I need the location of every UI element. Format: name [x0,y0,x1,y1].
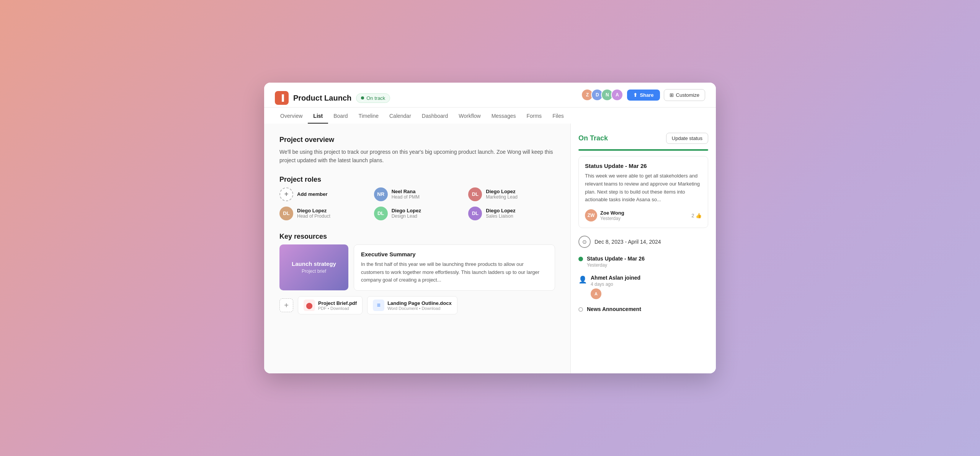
avatar-4: A [611,89,623,101]
member-avatar-2: DL [279,207,293,220]
member-avatar-4: DL [468,207,482,220]
add-member-label: Add member [297,191,327,197]
launch-strategy-card[interactable]: Launch strategy Project brief [279,244,348,290]
member-name-1: Diego Lopez [486,189,518,194]
activity-title-1: Ahmet Aslan joined [591,275,640,281]
member-avatar-3: DL [374,207,388,220]
activity-item-2: News Announcement [578,306,708,312]
status-progress-bar [578,149,708,151]
member-role-2: Head of Product [297,213,330,219]
member-avatar-0: NR [374,187,388,201]
member-role-1: Marketing Lead [486,194,518,200]
update-status-button[interactable]: Update status [666,133,708,144]
member-info-0: Neel Rana Head of PMM [392,189,420,200]
roles-grid: + Add member NR Neel Rana Head of PMM [279,187,555,220]
member-name-0: Neel Rana [392,189,420,194]
activity-dot-0 [578,257,583,261]
main-content: Project overview We'll be using this pro… [264,124,570,373]
member-info-2: Diego Lopez Head of Product [297,208,330,219]
member-name-2: Diego Lopez [297,208,330,213]
file-item-1[interactable]: ≡ Landing Page Outline.docx Word Documen… [367,296,457,314]
role-item-2: DL Diego Lopez Head of Product [279,207,366,220]
status-card-footer: ZW Zoe Wong Yesterday 2 👍 [585,209,702,221]
activity-time-0: Yesterday [587,262,645,268]
status-badge: On track [356,93,390,103]
member-name-3: Diego Lopez [392,208,421,213]
tab-dashboard[interactable]: Dashboard [416,109,454,124]
executive-summary-text: In the first half of this year we will b… [361,261,548,284]
status-card: Status Update - Mar 26 This week we were… [578,156,708,228]
activity-info-0: Status Update - Mar 26 Yesterday [587,256,645,268]
file-item-0[interactable]: ⬤ Project Brief.pdf PDF • Download [298,296,363,314]
author-avatar: ZW [585,209,597,221]
project-title: Product Launch [293,94,351,103]
file-meta-1: Word Document • Download [387,306,452,311]
right-panel: On Track Update status Status Update - M… [570,124,716,373]
share-button[interactable]: ⬆ Share [627,90,660,101]
activity-user-avatar: A [591,288,601,299]
activity-dot-2 [578,307,583,312]
like-count: 2 👍 [691,213,702,218]
status-card-author: ZW Zoe Wong Yesterday [585,209,624,221]
role-item-0: NR Neel Rana Head of PMM [374,187,461,201]
card-label: Launch strategy [292,261,336,267]
status-card-text: This week we were able to get all stakeh… [585,172,702,204]
member-name-4: Diego Lopez [486,208,515,213]
tab-list[interactable]: List [308,109,328,124]
avatar-group: Z D N A [581,89,623,101]
status-dot-green [361,96,364,99]
body: Project overview We'll be using this pro… [264,124,716,373]
customize-icon: ⊞ [670,92,674,98]
add-file-button[interactable]: + [279,298,293,312]
activity-item-1: 👤 Ahmet Aslan joined 4 days ago A [578,275,708,299]
member-info-3: Diego Lopez Design Lead [392,208,421,219]
customize-button[interactable]: ⊞ Customize [664,89,705,101]
tab-messages[interactable]: Messages [486,109,521,124]
key-resources-title: Key resources [279,233,555,241]
pdf-icon: ⬤ [304,300,315,311]
add-member-icon: + [279,187,293,201]
file-info-0: Project Brief.pdf PDF • Download [318,300,357,311]
project-overview-section: Project overview We'll be using this pro… [279,136,555,165]
date-text: Dec 8, 2023 - April 14, 2024 [595,239,661,245]
tab-files[interactable]: Files [547,109,569,124]
share-label: Share [640,92,653,98]
key-resources-section: Key resources Launch strategy Project br… [279,233,555,314]
executive-summary-card[interactable]: Executive Summary In the first half of t… [354,244,555,291]
panel-status-header: On Track Update status [578,133,708,144]
tab-overview[interactable]: Overview [275,109,308,124]
activity-info-2: News Announcement [587,306,641,312]
calendar-icon: ⊙ [578,236,591,248]
activity-title-0: Status Update - Mar 26 [587,256,645,262]
header-left: ▐ Product Launch On track [275,91,581,105]
app-window: ▐ Product Launch On track Z D N A ⬆ Shar… [264,83,716,373]
file-info-1: Landing Page Outline.docx Word Document … [387,300,452,311]
status-badge-label: On track [366,95,385,101]
member-info-1: Diego Lopez Marketing Lead [486,189,518,200]
role-item-4: DL Diego Lopez Sales Liaison [468,207,555,220]
share-icon: ⬆ [633,92,637,98]
author-name: Zoe Wong [600,210,624,216]
tab-workflow[interactable]: Workflow [453,109,486,124]
add-member-info: Add member [297,191,327,197]
executive-summary-title: Executive Summary [361,251,548,257]
author-time: Yesterday [600,216,624,221]
add-member-item[interactable]: + Add member [279,187,366,201]
activity-info-1: Ahmet Aslan joined 4 days ago A [591,275,640,299]
tab-forms[interactable]: Forms [521,109,547,124]
member-role-3: Design Lead [392,213,421,219]
panel-on-track-label: On Track [578,134,608,142]
nav-tabs: Overview List Board Timeline Calendar Da… [264,109,716,124]
role-item-3: DL Diego Lopez Design Lead [374,207,461,220]
member-info-4: Diego Lopez Sales Liaison [486,208,515,219]
project-overview-title: Project overview [279,136,555,144]
activity-time-1: 4 days ago [591,282,640,287]
tab-board[interactable]: Board [328,109,353,124]
project-overview-desc: We'll be using this project to track our… [279,148,555,165]
activity-item-0: Status Update - Mar 26 Yesterday [578,256,708,268]
tab-calendar[interactable]: Calendar [384,109,416,124]
author-details: Zoe Wong Yesterday [600,210,624,221]
tab-timeline[interactable]: Timeline [353,109,384,124]
member-role-4: Sales Liaison [486,213,515,219]
app-icon: ▐ [275,91,289,105]
